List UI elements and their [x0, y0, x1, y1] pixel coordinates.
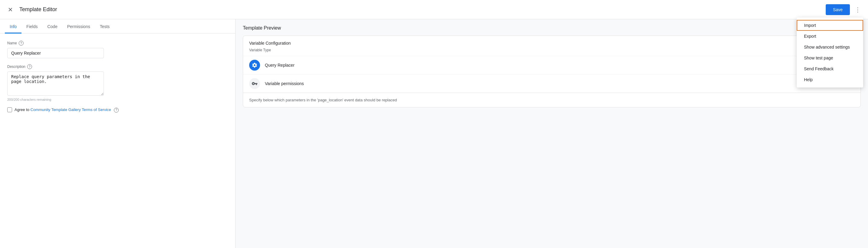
dropdown-item-send-feedback[interactable]: Send Feedback	[797, 63, 863, 74]
list-item: Query Replacer	[243, 56, 861, 74]
name-field-group: Name ?	[7, 41, 228, 58]
tab-permissions[interactable]: Permissions	[62, 19, 95, 34]
right-panel: Template Preview Variable Configuration …	[236, 19, 868, 248]
dropdown-item-advanced-settings[interactable]: Show advanced settings	[797, 42, 863, 52]
list-item: Variable permissions	[243, 74, 861, 93]
dropdown-item-import[interactable]: Import	[797, 20, 863, 31]
terms-help-icon[interactable]: ?	[114, 108, 119, 112]
variable-permissions-icon	[249, 78, 260, 89]
description-label: Description ?	[7, 64, 228, 69]
main-layout: Info Fields Code Permissions Tests Name …	[0, 19, 868, 248]
variable-config-title: Variable Configuration	[243, 36, 861, 48]
name-label: Name ?	[7, 41, 228, 45]
tab-info[interactable]: Info	[5, 19, 22, 34]
tab-tests[interactable]: Tests	[95, 19, 115, 34]
terms-label: Agree to Community Template Gallery Term…	[14, 107, 119, 112]
variable-permissions-label: Variable permissions	[265, 81, 304, 86]
header-left: ✕ Template Editor	[5, 4, 57, 15]
template-preview-title: Template Preview	[236, 19, 868, 36]
more-options-button[interactable]: ⋮	[852, 4, 863, 15]
header-right: Save ⋮ Import Export Show advanced setti…	[826, 4, 863, 15]
query-replacer-icon	[249, 60, 260, 71]
query-replacer-label: Query Replacer	[265, 63, 294, 68]
more-icon: ⋮	[855, 6, 861, 13]
save-button[interactable]: Save	[826, 4, 850, 15]
name-input[interactable]	[7, 48, 104, 58]
dropdown-item-help[interactable]: Help	[797, 74, 863, 85]
dropdown-item-export[interactable]: Export	[797, 31, 863, 42]
variable-type-label: Variable Type	[243, 48, 861, 56]
terms-checkbox-row: Agree to Community Template Gallery Term…	[7, 107, 228, 112]
close-icon: ✕	[8, 6, 13, 13]
gear-icon	[252, 62, 258, 68]
left-content: Name ? Description ? Replace query param…	[0, 34, 235, 248]
char-count: 200/200 characters remaining	[7, 98, 228, 101]
header: ✕ Template Editor Save ⋮ Import Export S…	[0, 0, 868, 19]
dropdown-menu: Import Export Show advanced settings Sho…	[797, 17, 863, 87]
preview-card: Variable Configuration Variable Type Que…	[243, 36, 861, 107]
left-panel: Info Fields Code Permissions Tests Name …	[0, 19, 236, 248]
dropdown-item-test-page[interactable]: Show test page	[797, 52, 863, 63]
close-button[interactable]: ✕	[5, 4, 16, 15]
name-help-icon[interactable]: ?	[19, 41, 24, 45]
tab-code[interactable]: Code	[42, 19, 62, 34]
description-help-icon[interactable]: ?	[27, 64, 32, 69]
tab-fields[interactable]: Fields	[22, 19, 42, 34]
preview-description: Specify below which parameters in the 'p…	[243, 93, 861, 107]
tabs-bar: Info Fields Code Permissions Tests	[0, 19, 235, 34]
description-field-group: Description ? Replace query parameters i…	[7, 64, 228, 101]
description-input[interactable]: Replace query parameters in the page loc…	[7, 71, 104, 96]
terms-link[interactable]: Community Template Gallery Terms of Serv…	[31, 107, 111, 112]
page-title: Template Editor	[19, 6, 57, 13]
terms-checkbox[interactable]	[7, 107, 12, 112]
key-icon	[252, 80, 258, 86]
